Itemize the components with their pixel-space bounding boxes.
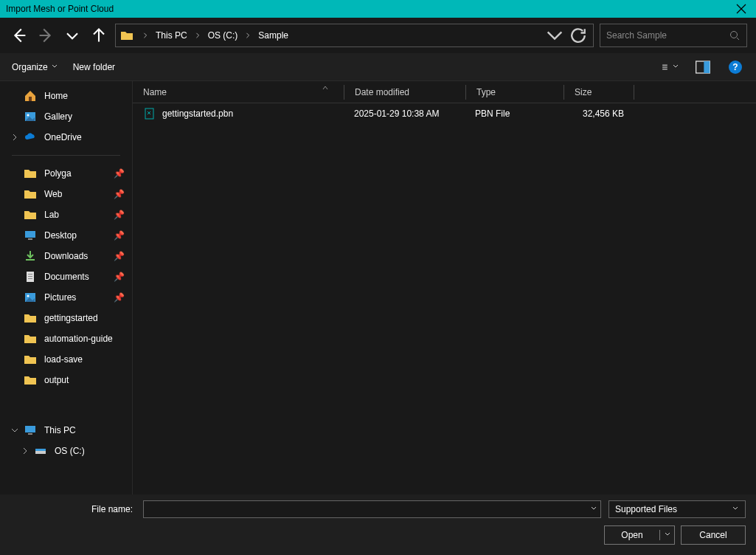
- toolbar: Organize New folder ?: [0, 53, 756, 81]
- pin-icon: 📌: [114, 251, 125, 261]
- open-split-dropdown[interactable]: [659, 530, 674, 540]
- sidebar-item-downloads[interactable]: Downloads 📌: [0, 246, 132, 266]
- folder-icon: [120, 29, 133, 42]
- file-type: PBN File: [465, 108, 562, 119]
- chevron-down-icon: [544, 25, 565, 46]
- column-header-size[interactable]: Size: [564, 81, 634, 103]
- breadcrumb-this-pc[interactable]: This PC: [153, 29, 190, 42]
- file-size: 32,456 KB: [562, 108, 631, 119]
- sidebar-label: Pictures: [44, 292, 106, 303]
- column-label: Name: [143, 87, 167, 97]
- sidebar-item-folder[interactable]: Web 📌: [0, 184, 132, 204]
- cancel-button[interactable]: Cancel: [681, 525, 746, 545]
- expand-toggle[interactable]: [10, 134, 19, 141]
- chevron-right-icon: [21, 447, 29, 455]
- sidebar-item-this-pc[interactable]: This PC: [0, 420, 132, 441]
- sidebar-item-home[interactable]: Home: [0, 86, 132, 106]
- onedrive-icon: [24, 131, 37, 144]
- sidebar-label: OneDrive: [44, 132, 132, 142]
- svg-rect-22: [28, 433, 32, 435]
- svg-rect-12: [25, 231, 35, 238]
- svg-point-2: [731, 32, 738, 38]
- refresh-icon: [568, 25, 589, 46]
- open-label: Open: [621, 530, 642, 540]
- pin-icon: 📌: [114, 230, 125, 241]
- svg-rect-6: [662, 69, 667, 69]
- expand-toggle[interactable]: [21, 447, 30, 455]
- column-header-type[interactable]: Type: [466, 81, 563, 103]
- file-type-filter[interactable]: Supported Files: [608, 500, 746, 518]
- svg-rect-9: [29, 97, 32, 101]
- file-row[interactable]: gettingstarted.pbn 2025-01-29 10:38 AM P…: [133, 103, 756, 124]
- window-title: Import Mesh or Point Cloud: [6, 4, 114, 14]
- sidebar-label: Polyga: [44, 168, 106, 179]
- filename-input[interactable]: [143, 500, 601, 518]
- file-list[interactable]: gettingstarted.pbn 2025-01-29 10:38 AM P…: [133, 103, 756, 494]
- svg-rect-21: [25, 426, 35, 432]
- desktop-icon: [24, 229, 37, 242]
- open-button[interactable]: Open: [604, 525, 675, 545]
- column-label: Date modified: [355, 87, 409, 97]
- chevron-down-icon: [664, 530, 671, 540]
- arrow-left-icon: [9, 25, 30, 46]
- address-bar[interactable]: This PC OS (C:) Sample: [115, 24, 594, 47]
- refresh-button[interactable]: [568, 25, 589, 46]
- sidebar-label: output: [44, 375, 132, 385]
- close-button[interactable]: [726, 0, 756, 18]
- svg-rect-24: [35, 449, 46, 451]
- svg-rect-16: [28, 274, 32, 275]
- svg-point-20: [27, 295, 30, 297]
- sidebar-label: load-save: [44, 354, 132, 365]
- sidebar[interactable]: Home Gallery OneDrive Polyga 📌 Web 📌 Lab…: [0, 81, 133, 494]
- svg-rect-17: [28, 276, 32, 277]
- sidebar-item-onedrive[interactable]: OneDrive: [0, 127, 132, 148]
- sidebar-item-folder[interactable]: Polyga 📌: [0, 163, 132, 184]
- sidebar-item-drive[interactable]: OS (C:): [0, 441, 132, 461]
- svg-point-11: [27, 114, 30, 117]
- recent-dropdown[interactable]: [62, 25, 83, 46]
- pin-icon: 📌: [114, 292, 125, 303]
- up-button[interactable]: [89, 25, 109, 46]
- new-folder-button[interactable]: New folder: [73, 62, 115, 72]
- sidebar-item-folder[interactable]: Lab 📌: [0, 204, 132, 225]
- column-label: Size: [575, 87, 592, 97]
- help-button[interactable]: ?: [726, 58, 744, 76]
- svg-rect-5: [662, 66, 667, 67]
- drive-icon: [34, 444, 47, 458]
- nav-row: This PC OS (C:) Sample: [0, 18, 756, 53]
- sidebar-item-folder[interactable]: gettingstarted: [0, 308, 132, 328]
- sidebar-item-desktop[interactable]: Desktop 📌: [0, 225, 132, 246]
- organize-menu[interactable]: Organize: [12, 62, 58, 72]
- pictures-icon: [24, 291, 37, 304]
- preview-pane-button[interactable]: [694, 58, 712, 76]
- home-icon: [24, 89, 37, 103]
- view-menu[interactable]: [662, 58, 679, 76]
- forward-button[interactable]: [35, 25, 56, 46]
- sidebar-item-folder[interactable]: automation-guide: [0, 328, 132, 349]
- column-separator[interactable]: [634, 85, 634, 100]
- back-button[interactable]: [9, 25, 30, 46]
- chevron-down-icon[interactable]: [590, 504, 597, 514]
- column-header-name[interactable]: Name: [133, 81, 344, 103]
- sidebar-item-folder[interactable]: load-save: [0, 349, 132, 370]
- breadcrumb-folder[interactable]: Sample: [255, 29, 291, 42]
- chevron-right-icon: [141, 32, 150, 38]
- sidebar-item-gallery[interactable]: Gallery: [0, 106, 132, 127]
- sidebar-label: This PC: [44, 425, 132, 435]
- address-dropdown[interactable]: [544, 25, 565, 46]
- expand-toggle[interactable]: [10, 427, 19, 434]
- svg-rect-8: [704, 61, 710, 73]
- sidebar-item-documents[interactable]: Documents 📌: [0, 266, 132, 287]
- organize-label: Organize: [12, 62, 48, 72]
- folder-icon: [24, 311, 37, 325]
- sidebar-item-folder[interactable]: output: [0, 370, 132, 390]
- breadcrumb-drive[interactable]: OS (C:): [205, 29, 241, 42]
- search-box[interactable]: [600, 24, 747, 47]
- search-icon: [729, 30, 741, 41]
- sidebar-item-pictures[interactable]: Pictures 📌: [0, 287, 132, 308]
- documents-icon: [24, 270, 37, 283]
- column-header-date[interactable]: Date modified: [344, 81, 465, 103]
- search-input[interactable]: [606, 30, 729, 41]
- help-icon: ?: [729, 61, 742, 74]
- sidebar-label: automation-guide: [44, 334, 132, 344]
